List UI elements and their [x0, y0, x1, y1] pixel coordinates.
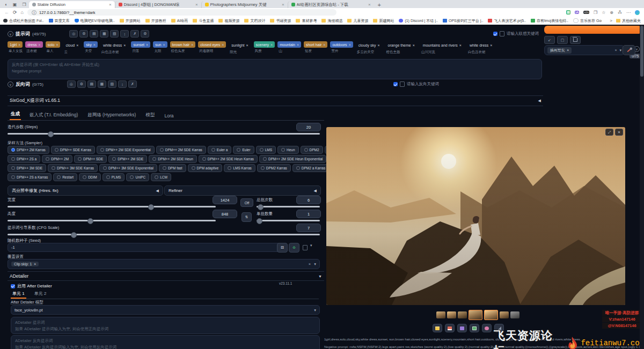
- remove-tag-icon[interactable]: ×: [93, 43, 96, 47]
- bookmark-item[interactable]: 儿童资源: [347, 18, 368, 24]
- sampler-option[interactable]: DPM++ 2M SDE Karras: [156, 146, 206, 154]
- sampler-option[interactable]: DPM fast: [159, 164, 186, 172]
- remove-tag-icon[interactable]: ×: [222, 43, 224, 47]
- browser-extension-icon[interactable]: ☆: [602, 10, 605, 15]
- tab-overview-icon[interactable]: ◐: [5, 2, 8, 7]
- batch-count-slider[interactable]: [257, 206, 320, 207]
- seed-input[interactable]: -1: [8, 243, 281, 252]
- tag-chip[interactable]: outdoors ×: [330, 41, 353, 48]
- bookmark-item[interactable]: 海报精选: [321, 18, 342, 24]
- tag-chip[interactable]: sunlight ×: [229, 41, 251, 49]
- workspace-icon[interactable]: ▣: [13, 2, 17, 7]
- width-value[interactable]: 1424: [213, 196, 237, 204]
- back-icon[interactable]: ←: [4, 10, 9, 15]
- main-tab[interactable]: Lora: [163, 112, 174, 120]
- adetailer-negative-textarea[interactable]: ADetailer 反向提示词 如果 ADetailer 反向提示词输入为空, …: [11, 335, 320, 349]
- tag-chip[interactable]: solo ×: [46, 41, 61, 48]
- swap-dimensions-button[interactable]: ⇅: [241, 212, 252, 222]
- slider-thumb[interactable]: [48, 131, 54, 137]
- main-tab[interactable]: 超网络 (Hypernetworks): [86, 110, 137, 120]
- bookmark-item[interactable]: AI绘画: [171, 18, 188, 24]
- accordion-arrow-icon[interactable]: ◀: [538, 99, 541, 103]
- remove-tag-icon[interactable]: ×: [123, 43, 126, 47]
- sampler-option[interactable]: Euler a: [208, 146, 232, 154]
- checkbox-checked-icon[interactable]: [11, 284, 15, 288]
- main-tab[interactable]: 模型: [144, 110, 156, 120]
- styles-dropdown[interactable]: 插画写实 × × ▾: [544, 45, 625, 55]
- adetailer-model-dropdown[interactable]: face_yolov8n.pt ▾: [11, 305, 320, 315]
- negative-tool-icon[interactable]: ▦: [98, 80, 106, 88]
- sampler-option[interactable]: UniPC: [126, 173, 149, 181]
- browser-extension-icon[interactable]: ❐: [594, 10, 597, 15]
- sampler-option[interactable]: DPM++ 2M Karras: [8, 146, 49, 154]
- bookmark-item[interactable]: 新建网站: [373, 18, 394, 24]
- prompt-tag[interactable]: white dress × 白色连衣裙: [100, 41, 129, 55]
- prompt-tag[interactable]: sky × 天空: [84, 41, 98, 54]
- browser-extension-icon[interactable]: ▦: [566, 10, 571, 14]
- hires-fix-accordion[interactable]: 高分辨率修复 (Hires. fix) ◀: [8, 185, 163, 196]
- slider-thumb[interactable]: [258, 204, 264, 210]
- thumbnail[interactable]: [510, 311, 519, 318]
- bookmark-item[interactable]: 视频资源: [218, 18, 239, 24]
- other-favorites[interactable]: 其他收藏夹: [616, 18, 641, 24]
- bookmark-item[interactable]: 斗鱼直播: [193, 18, 214, 24]
- bookmark-item[interactable]: 合成松片数据图 Fol..: [3, 18, 44, 24]
- sixgod-script-bar[interactable]: SixGod_K提示词 v1.65.1 ◀: [8, 95, 543, 106]
- send-to-img2img-icon[interactable]: [470, 324, 479, 332]
- sampler-option[interactable]: DPM++ 2M SDE Heun: [149, 155, 196, 163]
- remove-tag-icon[interactable]: ×: [163, 43, 165, 47]
- tag-chip[interactable]: sun ×: [153, 41, 167, 48]
- tag-chip[interactable]: cloudy sky ×: [356, 41, 383, 49]
- collapse-icon[interactable]: ∨: [8, 81, 13, 87]
- adetailer-prompt-textarea[interactable]: ADetailer 提示词 如果 ADetailer 提示词输入为空, 则会使用…: [11, 317, 320, 334]
- batch-size-slider[interactable]: [257, 220, 320, 221]
- tag-chip[interactable]: sunset ×: [131, 41, 150, 48]
- bookmark-item[interactable]: 飞人表演艺术.prj5..: [488, 18, 526, 24]
- slider-thumb[interactable]: [148, 204, 154, 210]
- thumbnail[interactable]: [458, 311, 467, 318]
- sampler-option[interactable]: DPM++ 2S a: [8, 155, 40, 163]
- thumbnail[interactable]: [436, 311, 445, 318]
- prompt-tag[interactable]: mountains and rivers × 山川河流: [420, 41, 464, 55]
- prompt-tool-icon[interactable]: ↕: [120, 30, 129, 38]
- generate-button[interactable]: [544, 26, 642, 34]
- prompt-tag[interactable]: dress × 连衣裙: [25, 41, 42, 54]
- remove-tag-icon[interactable]: ×: [191, 43, 193, 47]
- browser-extension-icon[interactable]: ⁂: [618, 10, 622, 15]
- prompt-tag[interactable]: 1girl × 单人女孩: [8, 41, 23, 54]
- clear-all-icon[interactable]: ×: [309, 262, 311, 266]
- negative-tool-icon[interactable]: ▤: [87, 80, 96, 88]
- tab-close-icon[interactable]: ×: [282, 2, 284, 7]
- batch-count-value[interactable]: 6: [296, 196, 321, 204]
- tag-chip[interactable]: closed eyes ×: [198, 41, 226, 48]
- tag-chip[interactable]: white dress ×: [467, 41, 495, 49]
- bookmark-item[interactable]: 电脑吧EV/华硕电脑..: [75, 18, 115, 24]
- batch-size-value[interactable]: 1: [296, 210, 321, 218]
- tag-chip[interactable]: dress ×: [25, 41, 42, 48]
- remove-tag-icon[interactable]: ×: [56, 43, 58, 47]
- negative-tool-icon[interactable]: ✗: [128, 80, 137, 88]
- remove-tag-icon[interactable]: ×: [413, 43, 415, 47]
- bookmark-item[interactable]: 百度文库: [49, 18, 70, 24]
- prompt-tool-icon[interactable]: ✗: [130, 30, 139, 38]
- sampler-option[interactable]: DPM++ 2M SDE Exponential: [97, 146, 155, 154]
- sampler-option[interactable]: DPM++ 3M SDE: [8, 164, 46, 172]
- browser-extension-icon[interactable]: ●: [635, 10, 640, 15]
- site-info-icon[interactable]: i: [32, 10, 36, 15]
- prompt-tag[interactable]: white dress × 白色连衣裙: [467, 41, 495, 55]
- negative-tool-icon[interactable]: ⚙: [77, 80, 86, 88]
- tag-chip[interactable]: scenery ×: [254, 41, 275, 48]
- remove-tag-icon[interactable]: ×: [323, 43, 325, 47]
- remove-chip-icon[interactable]: ×: [34, 262, 36, 266]
- override-chip[interactable]: Clip skip: 1 ×: [11, 262, 39, 266]
- prompt-tag[interactable]: mountain × 山: [277, 41, 301, 54]
- style-chip[interactable]: 插画写实 ×: [547, 47, 572, 54]
- remove-tag-icon[interactable]: ×: [38, 43, 40, 47]
- clear-styles-icon[interactable]: ×: [614, 48, 617, 53]
- browser-tab[interactable]: AI绘画社区资源综合站 - 下载 ×: [288, 1, 374, 8]
- cfg-slider[interactable]: [8, 234, 320, 235]
- prompt-tag[interactable]: cloud × 云: [63, 41, 81, 55]
- bookmarks-chevron-icon[interactable]: >: [610, 18, 612, 23]
- bookmark-item[interactable]: 开源网站: [120, 18, 141, 24]
- bookmark-item[interactable]: 存有tmoj表情包特..: [531, 18, 568, 24]
